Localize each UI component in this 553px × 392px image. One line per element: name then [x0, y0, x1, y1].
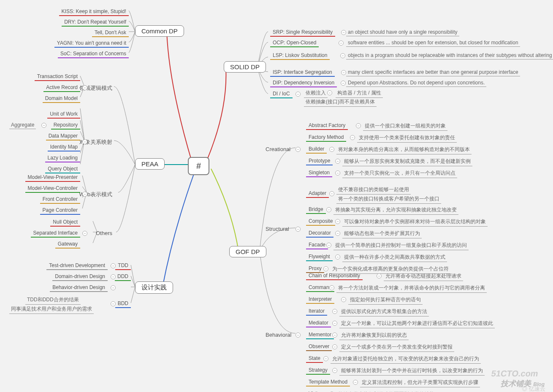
collapse-toggle[interactable]: −: [350, 135, 355, 140]
collapse-toggle[interactable]: −: [295, 333, 301, 338]
leaf-node[interactable]: Factory Method: [306, 133, 346, 142]
collapse-toggle[interactable]: −: [295, 227, 301, 232]
topic-common-dp[interactable]: Common DP: [135, 25, 184, 37]
leaf-node[interactable]: Active Record: [43, 84, 80, 92]
leaf-node[interactable]: Composite: [306, 217, 335, 226]
collapse-toggle[interactable]: −: [341, 30, 346, 35]
leaf-node[interactable]: BDD: [115, 300, 131, 308]
leaf-node[interactable]: Singleton: [306, 169, 332, 177]
collapse-toggle[interactable]: −: [377, 273, 382, 278]
collapse-toggle[interactable]: −: [341, 81, 346, 86]
leaf-node[interactable]: Gateway: [55, 240, 80, 249]
collapse-toggle[interactable]: −: [340, 53, 345, 58]
leaf-node[interactable]: Data Mapper: [46, 132, 80, 141]
leaf-node[interactable]: Visitor: [306, 390, 325, 392]
collapse-toggle[interactable]: −: [353, 380, 358, 385]
topic-practice[interactable]: 设计实践: [135, 281, 173, 294]
leaf-node[interactable]: Front Controller: [40, 195, 80, 204]
collapse-toggle[interactable]: −: [329, 147, 334, 152]
leaf-node[interactable]: Flyweight: [306, 253, 333, 261]
leaf-node[interactable]: Domain Model: [43, 95, 80, 103]
collapse-toggle[interactable]: −: [111, 285, 116, 290]
leaf-node[interactable]: Null Object: [50, 218, 80, 227]
collapse-toggle[interactable]: −: [341, 297, 346, 302]
topic-solid-dp[interactable]: SOLID DP: [224, 61, 266, 73]
leaf-node[interactable]: DIP: Dependency Inversion: [270, 79, 337, 87]
collapse-toggle[interactable]: −: [335, 159, 340, 164]
leaf-node[interactable]: Chain of Responsibility: [306, 272, 363, 280]
leaf-node[interactable]: Unit of Work: [47, 110, 80, 119]
collapse-toggle[interactable]: −: [332, 344, 337, 349]
leaf-node[interactable]: TDD: [115, 262, 131, 270]
collapse-toggle[interactable]: −: [323, 266, 328, 271]
leaf-node[interactable]: State: [306, 354, 323, 363]
leaf-node[interactable]: Facade: [306, 241, 328, 249]
collapse-toggle[interactable]: −: [335, 170, 340, 176]
leaf-node[interactable]: SoC: Separation of Concerns: [58, 50, 129, 58]
collapse-toggle[interactable]: −: [356, 123, 361, 128]
collapse-toggle[interactable]: −: [111, 301, 116, 306]
leaf-node[interactable]: DDD: [115, 273, 131, 281]
leaf-node[interactable]: Test-driven Development: [46, 262, 108, 270]
collapse-toggle[interactable]: −: [326, 207, 331, 212]
leaf-node[interactable]: ISP: Interface Segregation: [270, 68, 335, 77]
leaf-node[interactable]: Mediator: [306, 319, 331, 327]
collapse-toggle[interactable]: −: [327, 90, 332, 95]
leaf-node[interactable]: Mementor: [306, 331, 334, 339]
collapse-toggle[interactable]: −: [335, 254, 340, 260]
leaf-node[interactable]: DI / IoC: [270, 90, 293, 98]
leaf-node[interactable]: OCP: Open-Closed: [270, 39, 319, 47]
collapse-toggle[interactable]: −: [111, 263, 116, 268]
leaf-node[interactable]: DRY: Don't Repeat Yourself: [62, 18, 129, 27]
collapse-toggle[interactable]: −: [82, 85, 87, 90]
leaf-node[interactable]: Model-View-Controller: [25, 184, 81, 193]
collapse-toggle[interactable]: −: [82, 139, 87, 144]
collapse-toggle[interactable]: −: [111, 274, 116, 279]
collapse-toggle[interactable]: −: [295, 147, 301, 152]
collapse-toggle[interactable]: −: [335, 219, 340, 224]
collapse-toggle[interactable]: −: [329, 191, 334, 196]
leaf-node[interactable]: Model-View-Presenter: [25, 173, 81, 182]
collapse-toggle[interactable]: −: [295, 92, 301, 97]
leaf-node[interactable]: Builder: [306, 145, 327, 154]
leaf-node[interactable]: Decorator: [306, 229, 333, 238]
leaf-node[interactable]: Behavior-driven Design: [50, 284, 108, 292]
collapse-toggle[interactable]: −: [335, 231, 340, 236]
leaf-node[interactable]: Page Controller: [40, 206, 80, 215]
leaf-node[interactable]: Abstract Factory: [306, 122, 348, 130]
collapse-toggle[interactable]: −: [332, 321, 337, 326]
leaf-node[interactable]: LSP: Liskov Substitution: [270, 51, 330, 60]
leaf-node[interactable]: Lazy Loading: [45, 154, 80, 162]
collapse-toggle[interactable]: −: [341, 70, 346, 75]
leaf-node[interactable]: Identity Map: [48, 143, 80, 151]
leaf-node[interactable]: Strategy: [306, 366, 330, 375]
collapse-toggle[interactable]: −: [329, 285, 334, 290]
collapse-toggle[interactable]: −: [323, 356, 328, 361]
collapse-toggle[interactable]: −: [82, 192, 87, 197]
leaf-node[interactable]: Repository: [51, 121, 80, 130]
leaf-node[interactable]: Domain-driven Design: [52, 273, 108, 281]
collapse-toggle[interactable]: −: [41, 123, 46, 128]
leaf-node[interactable]: Adapter: [306, 189, 329, 198]
topic-peaa[interactable]: PEAA: [135, 158, 165, 170]
collapse-toggle[interactable]: −: [339, 41, 344, 46]
collapse-toggle[interactable]: −: [326, 243, 331, 248]
leaf-node[interactable]: Prototype: [306, 157, 333, 165]
leaf-node[interactable]: YAGNI: You ain't gonna need it: [54, 39, 129, 48]
leaf-node[interactable]: Query Object: [45, 165, 80, 173]
collapse-toggle[interactable]: −: [332, 368, 337, 373]
leaf-node[interactable]: Observer: [306, 343, 332, 351]
leaf-node[interactable]: SRP: Single Responsibility: [270, 28, 335, 37]
collapse-toggle[interactable]: −: [82, 231, 87, 236]
leaf-node[interactable]: Separated Interface: [31, 229, 80, 238]
root-node[interactable]: #: [188, 157, 209, 175]
topic-gof-dp[interactable]: GOF DP: [229, 246, 266, 257]
leaf-node[interactable]: KISS: Keep it simple, Stupid!: [59, 8, 129, 16]
leaf-node[interactable]: Interpreter: [306, 295, 334, 304]
leaf-node[interactable]: Tell, Don't Ask: [92, 29, 129, 37]
leaf-node[interactable]: Template Method: [306, 378, 350, 387]
leaf-node[interactable]: Bridge: [306, 205, 326, 214]
leaf-node[interactable]: Iterator: [306, 307, 327, 316]
collapse-toggle[interactable]: −: [332, 333, 337, 338]
leaf-node[interactable]: Transaction Script: [35, 73, 80, 81]
